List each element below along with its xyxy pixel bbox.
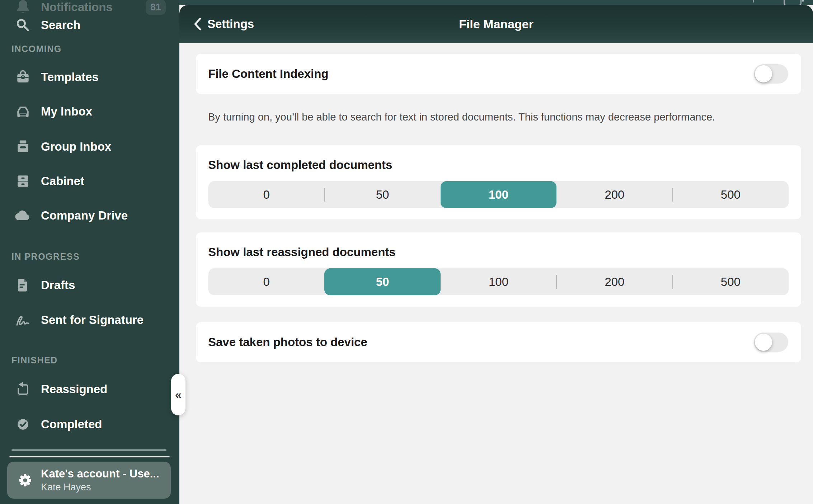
sidebar-item-templates[interactable]: Templates <box>0 66 179 88</box>
sidebar-item-label: Notifications <box>41 0 113 14</box>
sidebar-item-label: Reassigned <box>41 382 107 396</box>
sidebar-item-my-inbox[interactable]: My Inbox <box>0 101 179 122</box>
sidebar: Notifications 81 Search INCOMING Templat… <box>0 0 179 504</box>
reassign-icon <box>14 380 32 399</box>
show-last-reassigned-card: Show last reassigned documents 0 50 100 … <box>196 232 801 307</box>
document-icon <box>14 276 32 295</box>
save-photos-toggle[interactable] <box>754 333 788 352</box>
cabinet-icon <box>14 172 32 190</box>
reassigned-documents-segmented-control: 0 50 100 200 500 <box>208 268 789 295</box>
sidebar-item-label: Templates <box>41 70 99 84</box>
completed-documents-segmented-control: 0 50 100 200 500 <box>208 181 789 208</box>
inbox-icon <box>14 102 32 121</box>
cloud-icon <box>14 206 32 225</box>
sidebar-item-drafts[interactable]: Drafts <box>0 274 179 296</box>
signature-icon <box>14 311 32 329</box>
check-circle-icon <box>14 415 32 434</box>
save-photos-card: Save taken photos to device <box>196 322 801 362</box>
segment-option[interactable]: 50 <box>324 181 440 208</box>
sidebar-item-company-drive[interactable]: Company Drive <box>0 205 179 226</box>
sidebar-item-label: Drafts <box>41 278 75 292</box>
segment-option[interactable]: 0 <box>208 268 324 295</box>
segment-option[interactable]: 100 <box>441 181 556 208</box>
account-title: Kate's account - Use... <box>41 467 159 480</box>
sidebar-item-cabinet[interactable]: Cabinet <box>0 170 179 192</box>
sidebar-divider <box>9 456 170 457</box>
sidebar-section-incoming: INCOMING <box>11 42 62 55</box>
page-header: Settings File Manager <box>179 5 813 43</box>
status-tick <box>753 0 754 3</box>
sidebar-divider <box>11 449 166 451</box>
chevron-left-icon <box>194 18 202 30</box>
app-root: Notifications 81 Search INCOMING Templat… <box>0 0 813 504</box>
sidebar-item-group-inbox[interactable]: Group Inbox <box>0 136 179 157</box>
sidebar-item-label: Group Inbox <box>41 140 111 154</box>
segment-option[interactable]: 200 <box>556 181 672 208</box>
segment-option[interactable]: 500 <box>673 268 789 295</box>
account-card[interactable]: Kate's account - Use... Kate Hayes <box>7 462 171 499</box>
sidebar-item-label: Completed <box>41 418 102 431</box>
sidebar-item-reassigned[interactable]: Reassigned <box>0 378 179 400</box>
segment-option[interactable]: 500 <box>673 181 789 208</box>
gear-icon <box>16 471 34 490</box>
settings-content: File Content Indexing By turning on, you… <box>179 43 813 504</box>
status-bar <box>179 0 813 5</box>
segment-option[interactable]: 0 <box>208 181 324 208</box>
sidebar-item-label: Sent for Signature <box>41 313 144 327</box>
setting-label: File Content Indexing <box>208 67 329 81</box>
toggle-knob <box>755 334 772 351</box>
search-icon <box>14 16 32 34</box>
briefcase-icon <box>14 68 32 86</box>
notifications-badge: 81 <box>146 0 166 15</box>
segment-option[interactable]: 100 <box>441 268 556 295</box>
sidebar-item-label: Company Drive <box>41 209 128 222</box>
battery-icon <box>784 0 802 5</box>
file-content-indexing-card: File Content Indexing <box>196 54 801 94</box>
back-button-label: Settings <box>207 17 254 31</box>
toggle-knob <box>755 65 772 83</box>
setting-label: Save taken photos to device <box>208 335 367 349</box>
sidebar-item-label: Cabinet <box>41 174 84 188</box>
sidebar-item-search[interactable]: Search <box>0 14 179 36</box>
sidebar-item-label: My Inbox <box>41 105 92 118</box>
page-title: File Manager <box>179 5 813 43</box>
sidebar-item-sent-for-signature[interactable]: Sent for Signature <box>0 309 179 331</box>
sidebar-item-completed[interactable]: Completed <box>0 414 179 435</box>
setting-description: By turning on, you’ll be able to search … <box>208 111 715 123</box>
file-content-indexing-toggle[interactable] <box>754 64 788 84</box>
sidebar-item-label: Search <box>41 18 80 32</box>
account-subtitle: Kate Hayes <box>41 482 91 493</box>
group-inbox-icon <box>14 137 32 156</box>
show-last-completed-card: Show last completed documents 0 50 100 2… <box>196 145 801 219</box>
segment-option[interactable]: 200 <box>556 268 672 295</box>
back-button[interactable]: Settings <box>194 5 254 43</box>
sidebar-section-finished: FINISHED <box>11 354 58 367</box>
sidebar-section-in-progress: IN PROGRESS <box>11 250 80 263</box>
setting-label: Show last reassigned documents <box>208 245 396 259</box>
segment-option[interactable]: 50 <box>324 268 440 295</box>
sidebar-collapse-handle[interactable]: « <box>171 374 185 415</box>
setting-label: Show last completed documents <box>208 158 392 172</box>
collapse-chevrons-icon: « <box>175 388 182 401</box>
